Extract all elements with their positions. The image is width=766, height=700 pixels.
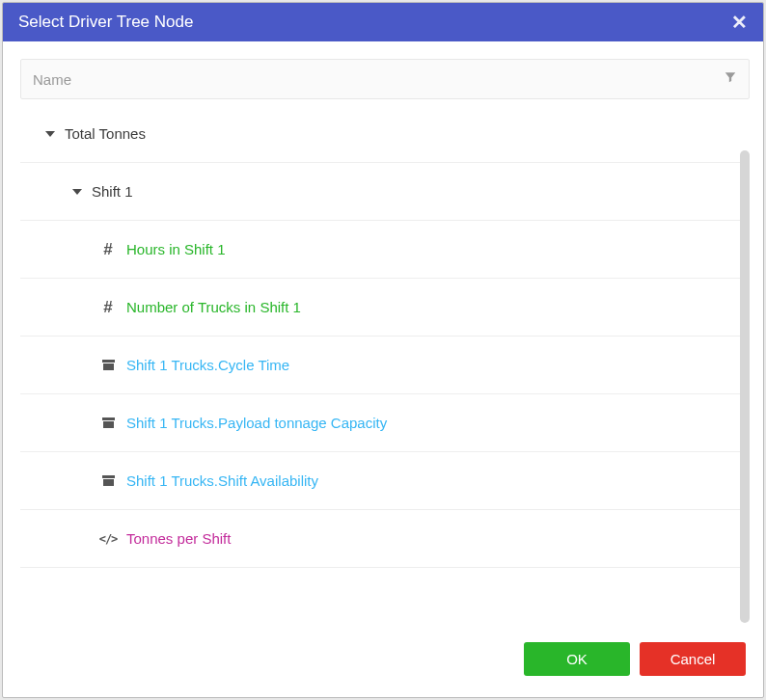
tree-node-label: Shift 1 Trucks.Payload tonnage Capacity <box>126 414 387 433</box>
tree-node[interactable]: Total Tonnes <box>20 105 740 163</box>
tree-node-label: Shift 1 <box>92 182 133 202</box>
tree-node[interactable]: </>Tonnes per Shift <box>20 510 740 568</box>
ok-button[interactable]: OK <box>524 642 630 676</box>
tree-list: Total TonnesShift 1#Hours in Shift 1#Num… <box>20 105 750 568</box>
search-bar <box>20 59 750 99</box>
caret-down-icon[interactable] <box>72 189 82 195</box>
archive-icon <box>99 360 117 370</box>
search-input[interactable] <box>33 60 724 98</box>
tree-node[interactable]: Shift 1 <box>20 163 740 221</box>
cancel-button[interactable]: Cancel <box>640 642 746 676</box>
tree-node-label: Hours in Shift 1 <box>126 240 226 259</box>
caret-down-icon[interactable] <box>45 131 55 137</box>
tree-node[interactable]: Shift 1 Trucks.Cycle Time <box>20 337 740 394</box>
close-icon[interactable]: ✕ <box>731 13 748 32</box>
tree-node-label: Shift 1 Trucks.Shift Availability <box>126 471 318 491</box>
scrollbar[interactable] <box>740 150 750 623</box>
dialog-title: Select Driver Tree Node <box>18 13 193 32</box>
hash-icon: # <box>99 298 117 317</box>
dialog-body: Total TonnesShift 1#Hours in Shift 1#Num… <box>3 41 763 629</box>
select-driver-tree-dialog: Select Driver Tree Node ✕ Total TonnesSh… <box>2 2 764 698</box>
tree-node-label: Number of Trucks in Shift 1 <box>126 298 301 317</box>
archive-icon <box>99 475 117 486</box>
tree-node[interactable]: #Hours in Shift 1 <box>20 221 740 279</box>
hash-icon: # <box>99 240 117 259</box>
tree-node[interactable]: Shift 1 Trucks.Shift Availability <box>20 452 740 510</box>
tree-node-label: Total Tonnes <box>65 124 146 144</box>
filter-icon[interactable] <box>724 70 737 88</box>
tree-container[interactable]: Total TonnesShift 1#Hours in Shift 1#Num… <box>20 105 750 629</box>
tree-node[interactable]: #Number of Trucks in Shift 1 <box>20 279 740 337</box>
tree-node-label: Shift 1 Trucks.Cycle Time <box>126 356 289 375</box>
dialog-footer: OK Cancel <box>3 629 763 697</box>
code-icon: </> <box>99 532 117 546</box>
archive-icon <box>99 417 117 428</box>
tree-node-label: Tonnes per Shift <box>126 529 231 549</box>
tree-node[interactable]: Shift 1 Trucks.Payload tonnage Capacity <box>20 394 740 452</box>
dialog-header: Select Driver Tree Node ✕ <box>3 3 763 41</box>
